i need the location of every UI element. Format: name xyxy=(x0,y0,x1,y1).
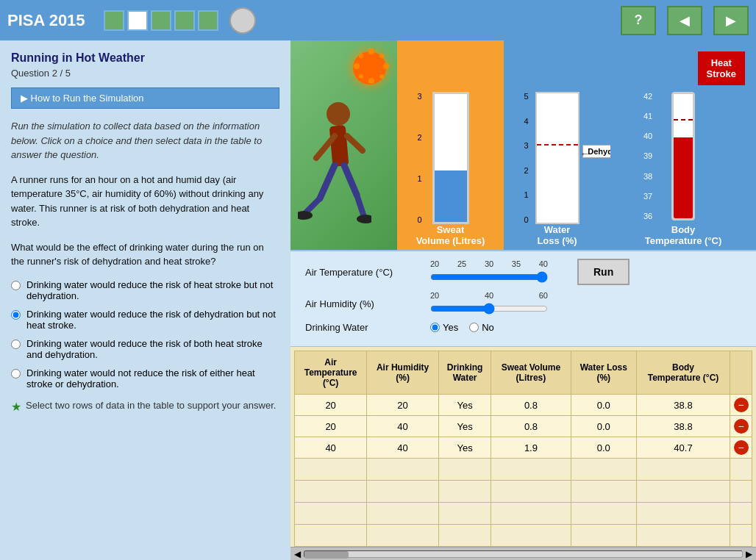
cell-drinking: Yes xyxy=(438,437,491,459)
table-row[interactable]: 20 40 Yes 0.8 0.0 38.8 − xyxy=(295,416,752,437)
water-section: 5 4 3 2 1 0 Dehydration ← xyxy=(504,40,610,250)
simulation-area: 3 2 1 0 SweatVolume (Litres) xyxy=(290,40,756,250)
cell-air-temp: 20 xyxy=(295,395,367,416)
svg-line-7 xyxy=(357,195,364,217)
option-4[interactable]: Drinking water would not reduce the risk… xyxy=(11,367,279,390)
svg-line-6 xyxy=(344,165,357,195)
cell-empty xyxy=(491,459,571,481)
option-2[interactable]: Drinking water would reduce the risk of … xyxy=(11,309,279,331)
scroll-track[interactable] xyxy=(304,550,743,558)
prev-button[interactable]: ◀ xyxy=(667,6,702,35)
cell-drinking: Yes xyxy=(438,395,491,416)
svg-point-12 xyxy=(368,78,374,84)
svg-point-15 xyxy=(359,54,363,58)
col-body-temp: BodyTemperature (°C) xyxy=(637,351,730,395)
how-to-button[interactable]: ▶ How to Run the Simulation xyxy=(11,87,279,109)
option-2-radio[interactable] xyxy=(11,310,21,320)
progress-cell-2[interactable] xyxy=(127,10,148,31)
cell-delete[interactable]: − xyxy=(730,416,752,437)
drinking-yes-option[interactable]: Yes xyxy=(430,322,458,333)
progress-bar xyxy=(104,10,218,31)
select-note: ★ Select two rows of data in the table t… xyxy=(11,400,279,414)
col-water-loss: Water Loss(%) xyxy=(571,351,636,395)
col-delete xyxy=(730,351,752,395)
svg-point-17 xyxy=(359,74,363,79)
body-temp-label: BodyTemperature (°C) xyxy=(645,224,722,246)
cell-empty xyxy=(295,481,367,503)
option-2-label: Drinking water would reduce the risk of … xyxy=(26,309,279,331)
cell-empty xyxy=(730,481,752,503)
drinking-water-options: Yes No xyxy=(430,322,494,333)
air-temp-slider[interactable] xyxy=(430,270,548,284)
table-row[interactable] xyxy=(295,459,752,481)
table-row[interactable] xyxy=(295,525,752,547)
cell-water-loss: 0.0 xyxy=(571,395,636,416)
scroll-right-arrow[interactable]: ▶ xyxy=(746,549,752,559)
cell-delete[interactable]: − xyxy=(730,395,752,416)
table-row[interactable]: 40 40 Yes 1.9 0.0 40.7 − xyxy=(295,437,752,459)
cell-sweat: 0.8 xyxy=(491,416,571,437)
svg-rect-1 xyxy=(329,125,349,167)
cell-water-loss: 0.0 xyxy=(571,416,636,437)
water-scale: 5 4 3 2 1 0 xyxy=(524,92,529,224)
delete-row-button[interactable]: − xyxy=(734,398,749,412)
delete-row-button[interactable]: − xyxy=(734,440,749,455)
circle-indicator xyxy=(229,7,256,34)
heat-stroke-line xyxy=(674,119,693,121)
progress-cell-1[interactable] xyxy=(104,10,124,31)
cell-air-humidity: 40 xyxy=(367,416,439,437)
progress-cell-5[interactable] xyxy=(198,10,218,31)
sweat-scale: 3 2 1 0 xyxy=(418,92,422,224)
cell-delete[interactable]: − xyxy=(730,437,752,459)
cell-empty xyxy=(438,481,491,503)
progress-cell-3[interactable] xyxy=(151,10,171,31)
cell-empty xyxy=(637,481,730,503)
run-button[interactable]: Run xyxy=(577,259,630,285)
progress-cell-4[interactable] xyxy=(174,10,195,31)
sweat-cylinder xyxy=(432,92,469,224)
cell-empty xyxy=(491,525,571,547)
right-panel: 3 2 1 0 SweatVolume (Litres) xyxy=(290,40,756,560)
cell-empty xyxy=(730,459,752,481)
air-temp-scale: 20 25 30 35 40 xyxy=(430,259,548,268)
table-row[interactable]: 20 20 Yes 0.8 0.0 38.8 − xyxy=(295,395,752,416)
scenario-text: A runner runs for an hour on a hot and h… xyxy=(11,173,279,230)
star-icon: ★ xyxy=(11,400,21,414)
cell-empty xyxy=(438,503,491,525)
water-bar: Dehydration ← xyxy=(535,92,580,224)
cell-body-temp: 38.8 xyxy=(637,416,730,437)
instructions-text: Run the simulation to collect data based… xyxy=(11,119,279,162)
thermo-section: HeatStroke 42 41 40 39 38 37 36 xyxy=(610,40,756,250)
next-button[interactable]: ▶ xyxy=(713,6,749,35)
question-subtitle: Question 2 / 5 xyxy=(11,68,279,79)
table-row[interactable] xyxy=(295,503,752,525)
option-3[interactable]: Drinking water would reduce the risk of … xyxy=(11,338,279,360)
option-1[interactable]: Drinking water would reduce the risk of … xyxy=(11,279,279,301)
dehydration-line xyxy=(537,144,578,146)
cell-empty xyxy=(730,503,752,525)
cell-sweat: 0.8 xyxy=(491,395,571,416)
air-temp-slider-container: 20 25 30 35 40 xyxy=(430,259,548,284)
cell-empty xyxy=(571,459,636,481)
scroll-bar[interactable]: ◀ ▶ xyxy=(290,547,756,560)
scroll-thumb[interactable] xyxy=(304,551,349,559)
cell-empty xyxy=(730,525,752,547)
air-humidity-slider[interactable] xyxy=(430,301,548,316)
delete-row-button[interactable]: − xyxy=(734,419,749,434)
option-4-radio[interactable] xyxy=(11,369,21,378)
help-button[interactable]: ? xyxy=(621,6,656,35)
water-label: WaterLoss (%) xyxy=(537,224,577,246)
cell-empty xyxy=(295,459,367,481)
scroll-left-arrow[interactable]: ◀ xyxy=(294,549,301,559)
cell-empty xyxy=(571,525,636,547)
cell-empty xyxy=(295,503,367,525)
option-1-radio[interactable] xyxy=(11,281,21,290)
drinking-no-option[interactable]: No xyxy=(469,322,494,333)
cell-empty xyxy=(367,481,439,503)
runner-figure xyxy=(298,92,371,239)
drinking-yes-radio[interactable] xyxy=(430,323,440,332)
table-row[interactable] xyxy=(295,481,752,503)
option-3-radio[interactable] xyxy=(11,340,21,349)
svg-line-3 xyxy=(347,136,363,151)
drinking-no-radio[interactable] xyxy=(469,323,479,332)
